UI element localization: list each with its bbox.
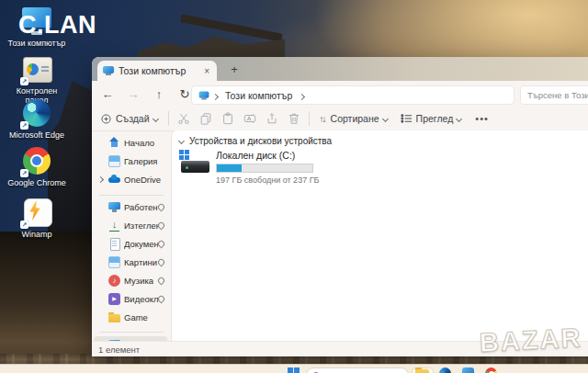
new-tab-button[interactable]: + — [226, 62, 243, 78]
cut-button[interactable] — [173, 112, 195, 125]
shortcut-arrow-icon: ↗ — [20, 220, 28, 229]
desktop-icon-label: Google Chrome — [7, 178, 66, 187]
desktop-icon-label: Този компютър — [7, 39, 66, 48]
content-pane: Устройства и дискови устройства Локален … — [171, 130, 588, 342]
view-list-icon — [401, 113, 413, 124]
winamp-icon: ↗ — [21, 197, 52, 228]
documents-icon — [108, 238, 120, 250]
shortcut-arrow-icon: ↗ — [20, 121, 28, 130]
pin-icon — [157, 295, 166, 304]
sidebar-item-videos[interactable]: ▶ Видеоклипо — [94, 290, 167, 308]
chevron-down-icon — [382, 115, 389, 121]
downloads-icon: ↓ — [108, 220, 120, 232]
sidebar-item-desktop[interactable]: Работен пло — [94, 198, 167, 216]
section-header-devices[interactable]: Устройства и дискови устройства — [179, 136, 332, 146]
section-title: Устройства и дискови устройства — [189, 136, 332, 146]
sidebar-item-documents[interactable]: Документи — [94, 235, 167, 253]
up-button[interactable]: ↑ — [149, 87, 169, 101]
hard-drive-icon — [179, 149, 212, 178]
shortcut-arrow-icon: ↗ — [20, 77, 28, 85]
sort-icon: ↑↓ — [320, 114, 325, 124]
trash-icon — [288, 112, 300, 125]
toolbar-separator — [309, 111, 310, 126]
chevron-down-icon — [178, 138, 185, 144]
pin-icon — [157, 203, 166, 212]
shortcut-arrow-icon: ↗ — [20, 169, 28, 177]
sidebar-item-downloads[interactable]: ↓ Изтеглени ф — [94, 217, 167, 234]
more-options-button[interactable]: ••• — [468, 113, 496, 124]
drive-capacity-bar — [216, 164, 313, 173]
address-bar[interactable]: Този компютър — [191, 85, 514, 105]
chevron-down-icon — [153, 115, 159, 121]
breadcrumb-segment[interactable]: Този компютър — [225, 90, 292, 101]
drive-free-space: 197 ГБ свободни от 237 ГБ — [216, 175, 319, 185]
new-button-label: Създай — [116, 113, 150, 124]
view-button[interactable]: Преглед — [394, 108, 469, 129]
sort-button-label: Сортиране — [331, 113, 379, 124]
sidebar-item-game[interactable]: Game — [94, 309, 167, 326]
desktop-icon-label: Microsoft Edge — [7, 130, 66, 140]
share-icon — [266, 112, 278, 125]
taskbar-icon-explorer[interactable] — [415, 367, 429, 373]
tab-bar: Този компютър × + — [92, 57, 588, 81]
taskbar-icon-edge[interactable] — [439, 367, 451, 373]
pin-icon — [157, 240, 166, 249]
view-button-label: Преглед — [416, 113, 454, 124]
onedrive-icon — [108, 174, 120, 186]
desktop-icon-label: Winamp — [7, 230, 66, 239]
edge-icon: ↗ — [21, 97, 52, 129]
sidebar-divider — [99, 195, 164, 196]
tab-close-icon[interactable]: × — [202, 66, 211, 76]
screen: Този компютър ↗ Контролен панел ↗ Micros… — [0, 0, 588, 373]
rename-button[interactable] — [239, 112, 261, 125]
watermark-clan: C.LAN — [18, 11, 96, 40]
pin-icon — [157, 277, 166, 286]
start-button[interactable] — [288, 367, 300, 373]
chrome-icon: ↗ — [21, 145, 52, 176]
sort-button[interactable]: ↑↓ Сортиране — [313, 108, 394, 129]
sidebar-item-pictures[interactable]: Картини — [94, 254, 167, 271]
plus-circle-icon — [100, 113, 112, 125]
sidebar-item-home[interactable]: Начало — [94, 134, 167, 152]
sidebar-divider — [99, 332, 164, 333]
sidebar-item-onedrive[interactable]: OneDrive — [94, 171, 167, 188]
taskbar-icon-chrome[interactable] — [485, 367, 497, 373]
desktop-icon-edge[interactable]: ↗ Microsoft Edge — [7, 97, 66, 140]
desktop-folder-icon — [108, 201, 120, 213]
home-icon — [108, 137, 120, 149]
back-button[interactable]: ← — [97, 87, 118, 101]
taskbar-icon-blue-app[interactable] — [462, 367, 474, 373]
videos-icon: ▶ — [108, 293, 120, 305]
share-button[interactable] — [261, 112, 283, 125]
copy-button[interactable] — [195, 112, 217, 125]
windows-logo-icon — [179, 150, 190, 161]
pin-icon — [157, 221, 166, 231]
command-toolbar: Създай ↑↓ — [92, 107, 588, 131]
delete-button[interactable] — [283, 112, 305, 125]
forward-button[interactable]: → — [123, 87, 143, 101]
cut-icon — [177, 112, 190, 125]
gallery-icon — [108, 155, 120, 167]
search-box[interactable]: Търсене в Този ко — [520, 85, 588, 105]
desktop-icon-chrome[interactable]: ↗ Google Chrome — [7, 145, 66, 187]
desktop-icon-winamp[interactable]: ↗ Winamp — [7, 197, 66, 239]
search-placeholder: Търсене в Този ко — [527, 90, 588, 100]
control-panel-icon: ↗ — [21, 53, 52, 85]
drive-usage-fill — [217, 164, 242, 172]
sidebar-item-gallery[interactable]: Галерия — [94, 153, 167, 170]
new-button[interactable]: Създай — [94, 108, 164, 129]
expander-chevron-icon[interactable] — [97, 176, 104, 183]
wallpaper-rocks — [0, 232, 94, 366]
drive-item-c[interactable]: Локален диск (C:) 197 ГБ свободни от 237… — [179, 149, 381, 186]
folder-icon — [108, 311, 120, 323]
toolbar-separator — [168, 111, 169, 126]
this-pc-icon — [103, 66, 114, 75]
tab-this-pc[interactable]: Този компютър × — [97, 61, 217, 81]
rename-icon — [243, 112, 256, 125]
taskbar-search-box[interactable] — [306, 367, 409, 373]
pin-icon — [157, 258, 166, 267]
chevron-down-icon — [456, 115, 462, 121]
sidebar-item-music[interactable]: ♪ Музика — [94, 272, 167, 289]
copy-icon — [199, 112, 212, 125]
paste-button[interactable] — [217, 112, 239, 125]
